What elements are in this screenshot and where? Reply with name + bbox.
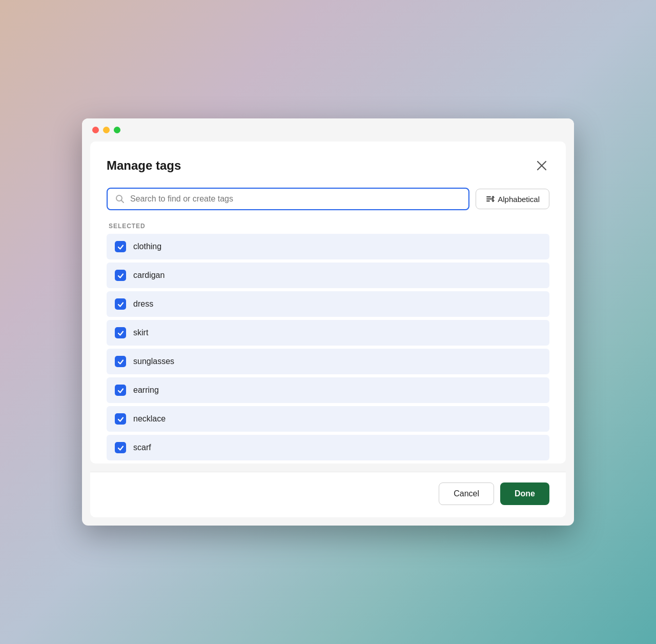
tag-checkbox[interactable] (115, 442, 126, 453)
tag-item[interactable]: scarf (107, 435, 549, 460)
tag-label: dress (133, 299, 153, 309)
sort-button[interactable]: Alphabetical (476, 189, 549, 209)
modal-content: Manage tags (90, 142, 566, 464)
modal-header: Manage tags (107, 158, 549, 173)
tag-label: necklace (133, 414, 166, 424)
title-bar (82, 118, 574, 133)
tags-list: clothingcardigandressskirtsunglassesearr… (107, 234, 549, 464)
checkmark-icon (117, 416, 124, 422)
sort-icon (485, 194, 495, 204)
tag-checkbox[interactable] (115, 270, 126, 281)
tag-checkbox[interactable] (115, 356, 126, 367)
close-traffic-light[interactable] (92, 127, 99, 133)
checkmark-icon (117, 301, 124, 308)
modal-body: SELECTED clothingcardigandressskirtsungl… (107, 223, 549, 464)
modal-title: Manage tags (107, 158, 181, 173)
search-bar-row: Alphabetical (107, 188, 549, 210)
tag-checkbox[interactable] (115, 385, 126, 396)
maximize-traffic-light[interactable] (114, 127, 120, 133)
checkmark-icon (117, 445, 124, 451)
section-label: SELECTED (107, 223, 549, 230)
search-input[interactable] (130, 194, 461, 204)
traffic-lights (92, 127, 120, 133)
modal-window: Manage tags (82, 118, 574, 526)
tag-item[interactable]: necklace (107, 406, 549, 432)
tag-item[interactable]: earring (107, 377, 549, 403)
tag-item[interactable]: sunglasses (107, 349, 549, 374)
tag-checkbox[interactable] (115, 413, 126, 425)
checkmark-icon (117, 358, 124, 365)
tag-label: cardigan (133, 271, 165, 280)
done-button[interactable]: Done (500, 482, 549, 505)
checkmark-icon (117, 330, 124, 336)
tag-item[interactable]: skirt (107, 320, 549, 346)
tag-checkbox[interactable] (115, 241, 126, 252)
tag-label: skirt (133, 328, 148, 337)
tag-label: scarf (133, 443, 151, 452)
checkmark-icon (117, 272, 124, 279)
tag-checkbox[interactable] (115, 327, 126, 338)
search-input-wrapper (107, 188, 469, 210)
tag-label: earring (133, 386, 159, 395)
cancel-button[interactable]: Cancel (439, 482, 494, 505)
checkmark-icon (117, 387, 124, 394)
search-icon (115, 194, 125, 204)
tag-item[interactable]: clothing (107, 234, 549, 259)
tag-checkbox[interactable] (115, 298, 126, 310)
close-icon (536, 160, 547, 171)
tag-item[interactable]: dress (107, 291, 549, 317)
tag-label: clothing (133, 242, 161, 251)
svg-line-3 (121, 200, 124, 203)
tag-item[interactable]: cardigan (107, 263, 549, 288)
modal-footer: Cancel Done (90, 472, 566, 517)
minimize-traffic-light[interactable] (103, 127, 110, 133)
checkmark-icon (117, 244, 124, 250)
tag-label: sunglasses (133, 357, 174, 366)
modal-close-button[interactable] (534, 158, 549, 173)
